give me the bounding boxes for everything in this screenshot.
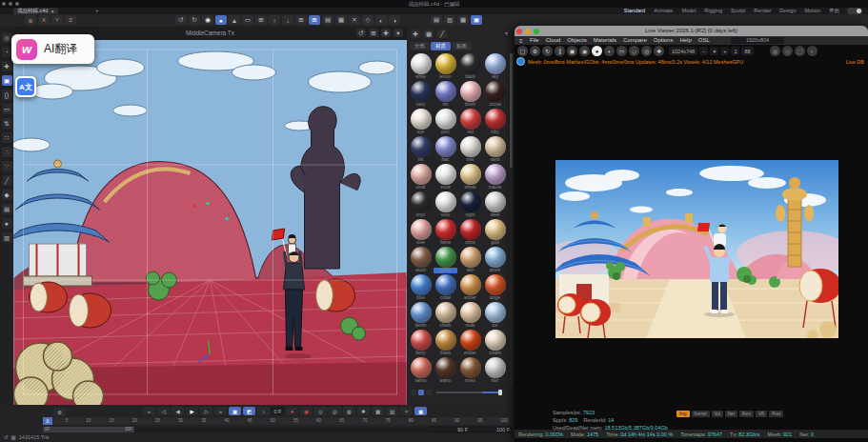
material-item[interactable]: moss — [458, 357, 482, 384]
material-item[interactable]: steel — [483, 191, 507, 218]
material-item[interactable]: blue — [409, 274, 433, 301]
material-tab[interactable]: 全部 — [410, 42, 430, 50]
toolbar-icon[interactable]: ✕ — [349, 15, 360, 25]
axis-lock-button[interactable]: Y — [51, 15, 63, 25]
toolbar-icon[interactable]: ↻ — [189, 15, 200, 25]
transport-button[interactable]: » — [214, 407, 227, 415]
material-item[interactable]: wood — [409, 247, 433, 273]
material-tool-icon[interactable]: ✚ — [411, 30, 420, 38]
toolbar-icon[interactable]: ⊞ — [309, 15, 320, 25]
toolbar-icon[interactable]: ↑ — [269, 15, 280, 25]
transport-button[interactable]: ◍ — [343, 407, 355, 415]
material-item[interactable]: mauve — [483, 164, 507, 191]
lv-tool-icon[interactable]: ◍ — [770, 46, 780, 56]
tool-icon[interactable]: ╱ — [2, 175, 12, 186]
close-tab-icon[interactable]: × — [50, 9, 53, 14]
lv-pass-tab[interactable]: Rsrv — [739, 411, 754, 417]
material-item[interactable]: cream — [483, 330, 507, 356]
toolbar-icon[interactable]: ▦ — [335, 15, 347, 25]
transport-button[interactable]: ◀ — [172, 407, 184, 415]
material-tool-icon[interactable]: ╱ — [437, 30, 447, 38]
lv-toolbar-field[interactable]: − — [699, 47, 708, 55]
transport-button[interactable]: ◎ — [329, 407, 341, 415]
lv-menu-item[interactable]: Materials — [594, 37, 616, 43]
lv-toolbar-field[interactable]: ▾ — [710, 47, 718, 55]
lv-tool-icon[interactable]: ▣ — [567, 46, 577, 56]
material-view-buttons[interactable] — [411, 390, 432, 395]
lv-pass-tab[interactable]: Vol — [712, 411, 723, 417]
timeline-playhead[interactable]: 0 — [43, 417, 52, 425]
material-item[interactable]: skin — [458, 247, 482, 273]
transport-button[interactable]: ▣ — [414, 407, 427, 415]
toolbar-icon[interactable]: ● — [215, 15, 227, 25]
lv-toolbar-field[interactable]: 88 — [741, 47, 753, 55]
ai-translate-card[interactable]: w AI翻译 — [11, 34, 94, 64]
transport-button[interactable]: ♪ — [257, 407, 270, 415]
toolbar-icon[interactable]: ◐ — [375, 15, 387, 25]
toolbar-icon[interactable]: ◑ — [389, 15, 400, 25]
material-item[interactable]: porc — [434, 109, 457, 135]
material-item[interactable]: cocoa — [483, 81, 507, 108]
material-item[interactable]: lemon — [434, 53, 457, 80]
lv-toolbar-field[interactable]: + — [720, 47, 729, 55]
material-item[interactable]: crims — [458, 219, 482, 246]
toolbar-icon[interactable]: ◉ — [202, 15, 213, 25]
material-item[interactable]: onyx — [409, 191, 433, 218]
material-item[interactable]: tange — [483, 274, 507, 301]
axis-lock-button[interactable]: Z — [65, 15, 76, 25]
lv-menu-item[interactable]: OSL — [698, 37, 710, 43]
material-tab[interactable]: 贴图 — [452, 42, 472, 50]
material-item[interactable]: mist — [458, 136, 482, 163]
material-item[interactable]: nude — [458, 302, 482, 329]
grid-icon[interactable]: ▦ — [11, 434, 16, 440]
lv-tool-icon[interactable]: ∥ — [555, 46, 565, 56]
material-item[interactable]: blush — [458, 81, 482, 108]
toolbar-icon[interactable]: ↺ — [175, 15, 187, 25]
axis-lock-button[interactable]: X — [38, 15, 50, 25]
timeline-settings-button[interactable]: ⚙ — [53, 408, 66, 416]
transport-button[interactable]: ◉ — [300, 407, 313, 415]
material-item[interactable]: flame — [434, 219, 457, 246]
lv-menu-item[interactable]: Compare — [623, 37, 647, 43]
lv-menu-item[interactable]: Cloud — [546, 37, 561, 43]
material-item[interactable]: lilac — [434, 136, 457, 163]
tool-icon[interactable]: ◔ — [2, 47, 12, 57]
tool-icon[interactable]: ● — [2, 218, 12, 229]
material-item[interactable]: salmo — [409, 357, 433, 384]
lv-pass-tab[interactable]: Post — [769, 411, 783, 417]
lv-tool-icon[interactable]: ◐ — [807, 46, 818, 56]
lv-pass-tab[interactable]: Img — [676, 411, 690, 417]
timeline-ruler[interactable]: 0510152025303540455055606570758085909510… — [43, 417, 510, 425]
material-item[interactable]: night — [458, 191, 482, 218]
viewport-menu-icon[interactable]: ↺ — [356, 29, 366, 37]
material-panel-menu-icon[interactable]: ▾ — [505, 30, 508, 36]
transport-button[interactable]: ▣ — [229, 407, 241, 415]
material-tab[interactable]: 材质 — [431, 42, 451, 50]
material-tool-icon[interactable]: ▦ — [424, 30, 434, 38]
range-end-field[interactable]: 90 F — [429, 426, 471, 433]
toolbar-icon[interactable]: ▦ — [457, 15, 469, 25]
material-item[interactable]: ember — [458, 330, 482, 356]
transport-button[interactable]: ▷ — [200, 407, 212, 415]
lv-tool-icon[interactable]: ◉ — [579, 46, 590, 56]
lv-tool-icon[interactable]: ◐ — [604, 46, 615, 56]
material-item[interactable]: wheat — [458, 164, 482, 191]
toolbar-icon[interactable]: ▤ — [431, 15, 442, 25]
floating-blue-dot-icon[interactable] — [516, 57, 525, 66]
material-item[interactable]: azure — [483, 247, 507, 273]
toolbar-icon[interactable]: ↓ — [282, 15, 293, 25]
tool-icon[interactable]: ⇅ — [2, 118, 12, 129]
material-item[interactable]: ink — [409, 136, 433, 163]
toolbar-icon[interactable]: ⊞ — [295, 15, 307, 25]
transport-button[interactable]: ✚ — [357, 407, 370, 415]
material-scrollbar-thumb[interactable] — [510, 53, 513, 168]
transport-button[interactable]: ≈ — [400, 407, 413, 415]
tool-icon[interactable]: ▥ — [2, 232, 12, 243]
tool-icon[interactable]: () — [2, 90, 12, 100]
tool-icon[interactable]: ◆ — [2, 190, 12, 200]
new-tab-button[interactable]: + — [95, 8, 99, 13]
lv-toolbar-field[interactable]: 1024x748 — [669, 47, 697, 55]
tool-icon[interactable]: ∴ — [2, 147, 12, 157]
toolbar-icon[interactable]: ▤ — [322, 15, 333, 25]
viewport-canvas[interactable] — [13, 40, 407, 405]
